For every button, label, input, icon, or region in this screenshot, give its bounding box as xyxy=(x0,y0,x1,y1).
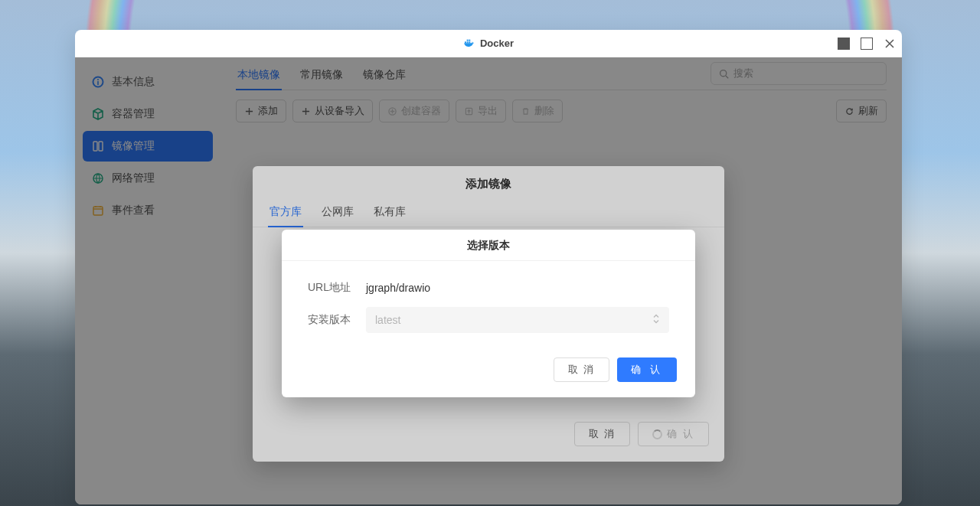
window-title: Docker xyxy=(480,38,514,49)
minimize-button[interactable] xyxy=(838,38,850,50)
close-button[interactable] xyxy=(884,38,896,50)
url-label: URL地址 xyxy=(308,281,366,295)
modal-title: 选择版本 xyxy=(282,230,695,261)
version-placeholder: latest xyxy=(375,314,400,326)
select-version-modal: 选择版本 URL地址 jgraph/drawio 安装版本 latest 取 消… xyxy=(282,230,695,397)
modal2-confirm-button[interactable]: 确 认 xyxy=(617,357,677,382)
version-select[interactable]: latest xyxy=(366,307,669,333)
titlebar: Docker xyxy=(75,30,902,57)
svg-rect-4 xyxy=(469,39,470,41)
version-label: 安装版本 xyxy=(308,313,366,327)
modal2-cancel-button[interactable]: 取 消 xyxy=(554,357,610,382)
svg-rect-0 xyxy=(465,41,466,43)
svg-rect-2 xyxy=(469,41,470,43)
maximize-button[interactable] xyxy=(861,38,873,50)
docker-icon xyxy=(463,38,475,50)
app-window: Docker 基本信息 容器管理 镜像管理 xyxy=(75,30,902,504)
url-value: jgraph/drawio xyxy=(366,282,430,294)
chevron-up-down-icon xyxy=(652,314,660,327)
svg-rect-1 xyxy=(467,41,469,43)
svg-rect-3 xyxy=(467,39,469,41)
